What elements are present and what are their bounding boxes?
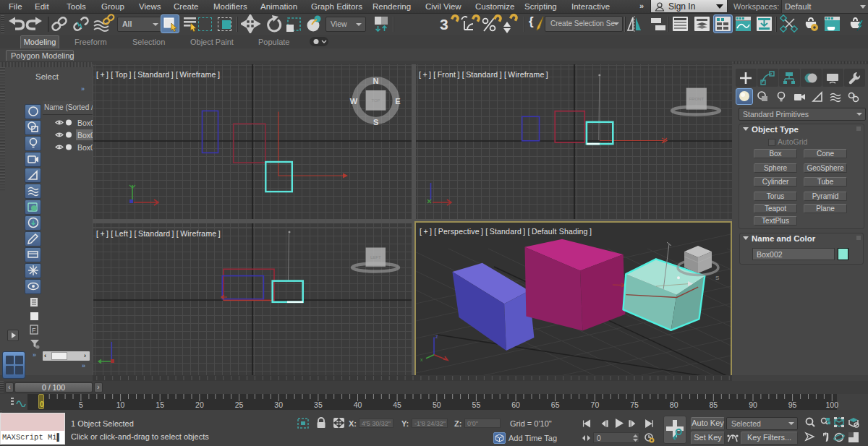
- svg-text:TOP: TOP: [371, 98, 380, 103]
- svg-text:LEFT: LEFT: [370, 255, 381, 260]
- svg-text:80: 80: [670, 400, 678, 409]
- svg-text:S: S: [373, 118, 378, 126]
- svg-text:z: z: [435, 334, 438, 339]
- svg-text:85: 85: [709, 400, 718, 409]
- svg-text:70: 70: [591, 400, 600, 409]
- svg-text:E: E: [395, 97, 400, 106]
- svg-text:5: 5: [79, 400, 83, 409]
- svg-text:40: 40: [354, 400, 362, 409]
- svg-text:x: x: [420, 357, 423, 362]
- svg-text:90: 90: [749, 400, 757, 409]
- svg-text:25: 25: [235, 400, 244, 409]
- svg-text:3: 3: [440, 16, 448, 33]
- svg-text:65: 65: [551, 400, 560, 409]
- svg-text:FRONT: FRONT: [689, 97, 704, 101]
- svg-text:60: 60: [511, 400, 520, 409]
- svg-text:75: 75: [630, 400, 639, 409]
- svg-text:100: 100: [826, 400, 839, 409]
- svg-text:F: F: [32, 327, 36, 334]
- svg-text:W: W: [350, 97, 358, 106]
- svg-text:95: 95: [788, 400, 797, 409]
- svg-text:20: 20: [195, 400, 204, 409]
- svg-text:45: 45: [393, 400, 401, 409]
- svg-text:50: 50: [433, 400, 441, 409]
- svg-text:15: 15: [156, 400, 164, 409]
- svg-text:30: 30: [274, 400, 283, 409]
- svg-text:10: 10: [116, 400, 125, 409]
- svg-text:S: S: [715, 275, 719, 281]
- svg-text:35: 35: [314, 400, 323, 409]
- svg-text:N: N: [373, 77, 379, 85]
- svg-text:55: 55: [472, 400, 481, 409]
